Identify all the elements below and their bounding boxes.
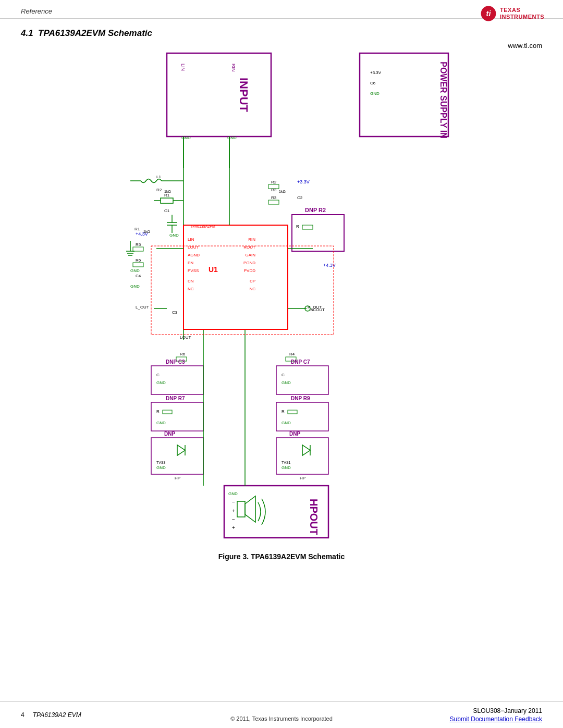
svg-text:GND: GND — [130, 268, 140, 273]
footer-document-name: TPA6139A2 EVM — [33, 711, 81, 719]
svg-text:GND: GND — [227, 135, 237, 140]
svg-text:C: C — [282, 373, 285, 377]
svg-text:R2: R2 — [271, 180, 277, 184]
svg-text:C3: C3 — [172, 310, 178, 315]
svg-text:DNP C7: DNP C7 — [291, 359, 310, 365]
figure-caption: Figure 3. TPA6139A2EVM Schematic — [0, 552, 563, 561]
svg-text:1kΩ: 1kΩ — [279, 190, 286, 193]
svg-text:R5: R5 — [136, 242, 141, 247]
page-header: Reference www.ti.com — [0, 0, 563, 19]
svg-text:EN: EN — [188, 261, 193, 265]
svg-text:+3.3V: +3.3V — [370, 70, 382, 75]
svg-text:R3: R3 — [271, 195, 277, 200]
svg-text:GND: GND — [169, 233, 179, 238]
svg-text:R1: R1 — [164, 193, 170, 198]
svg-text:GND: GND — [282, 421, 291, 425]
svg-text:LIN: LIN — [188, 237, 194, 242]
ti-logo-icon: ti — [480, 5, 497, 22]
svg-text:CN: CN — [188, 279, 194, 283]
svg-text:C1: C1 — [164, 208, 170, 213]
svg-text:−: − — [232, 499, 235, 505]
svg-text:TVS1: TVS1 — [282, 461, 291, 464]
svg-text:+: + — [232, 508, 235, 514]
svg-text:R2: R2 — [156, 188, 162, 192]
svg-text:AGND: AGND — [188, 253, 200, 257]
svg-text:HP: HP — [175, 476, 180, 480]
svg-text:−: − — [232, 516, 235, 522]
svg-text:1kΩ: 1kΩ — [164, 190, 171, 193]
svg-text:1kΩ: 1kΩ — [143, 230, 150, 233]
footer-page-number: 4 — [21, 711, 25, 719]
svg-text:GND: GND — [181, 135, 191, 140]
svg-text:GND: GND — [156, 465, 166, 470]
svg-text:L_OUT: L_OUT — [136, 305, 149, 310]
svg-text:TVS3: TVS3 — [156, 461, 166, 464]
schematic-svg: INPUT LIN RIN L1 R1 C1 — [104, 48, 459, 543]
svg-text:+3.3V: +3.3V — [297, 179, 310, 184]
svg-text:R: R — [156, 409, 160, 414]
svg-text:PVSS: PVSS — [188, 268, 199, 273]
svg-text:SCOUT: SCOUT — [310, 307, 325, 312]
svg-text:RIN: RIN — [248, 237, 255, 242]
svg-text:DNP: DNP — [289, 431, 300, 437]
svg-text:DNP R2: DNP R2 — [305, 207, 326, 213]
svg-text:NC: NC — [188, 287, 194, 291]
footer-copyright: © 2011, Texas Instruments Incorporated — [230, 715, 333, 722]
svg-text:GND: GND — [370, 91, 380, 96]
svg-text:GAIN: GAIN — [245, 253, 255, 257]
svg-text:ROUT: ROUT — [243, 245, 255, 250]
svg-text:INPUT: INPUT — [237, 78, 250, 113]
svg-text:GND: GND — [228, 491, 238, 496]
svg-text:C6: C6 — [370, 81, 376, 85]
svg-text:DNP R7: DNP R7 — [166, 396, 185, 401]
page-footer: 4 TPA6139A2 EVM © 2011, Texas Instrument… — [0, 701, 563, 728]
svg-text:POWER SUPPLY IN: POWER SUPPLY IN — [439, 61, 448, 139]
svg-text:C4: C4 — [136, 274, 141, 278]
svg-text:GND: GND — [156, 421, 166, 425]
schematic-diagram: INPUT LIN RIN L1 R1 C1 — [104, 48, 459, 543]
svg-text:R6: R6 — [180, 352, 186, 356]
svg-text:R6: R6 — [136, 258, 141, 263]
svg-text:TPA6139A2PM: TPA6139A2PM — [190, 225, 215, 228]
svg-text:U1: U1 — [209, 265, 218, 274]
footer-feedback-link[interactable]: Submit Documentation Feedback — [450, 715, 542, 723]
svg-text:ti: ti — [486, 9, 492, 18]
svg-text:NC: NC — [249, 287, 255, 291]
svg-text:CP: CP — [250, 279, 255, 283]
svg-text:GND: GND — [282, 380, 291, 385]
svg-text:R: R — [296, 224, 299, 229]
svg-text:RIN: RIN — [231, 64, 236, 72]
svg-text:LIN: LIN — [180, 64, 186, 71]
svg-text:HP: HP — [300, 476, 305, 480]
schematic-container: INPUT LIN RIN L1 R1 C1 — [0, 43, 563, 548]
svg-text:PVDD: PVDD — [244, 268, 255, 273]
svg-text:GND: GND — [130, 284, 140, 289]
svg-text:R4: R4 — [289, 352, 295, 356]
svg-text:C: C — [156, 373, 160, 377]
svg-text:GND: GND — [282, 465, 291, 470]
svg-text:L1: L1 — [156, 175, 161, 179]
svg-text:R: R — [282, 409, 285, 414]
footer-doc-number: SLOU308−January 2011 — [473, 707, 542, 714]
header-url: www.ti.com — [508, 42, 542, 50]
section-title: 4.1 TPA6139A2EVM Schematic — [0, 19, 563, 43]
svg-text:HPOUT: HPOUT — [308, 499, 320, 535]
header-reference: Reference — [21, 7, 52, 15]
svg-text:DNP C3: DNP C3 — [166, 359, 185, 365]
svg-text:LOUT: LOUT — [188, 245, 199, 250]
svg-text:PGND: PGND — [243, 261, 255, 265]
svg-text:DNP R9: DNP R9 — [291, 396, 310, 401]
svg-text:LOUT: LOUT — [180, 335, 191, 340]
ti-logo: ti TEXAS INSTRUMENTS — [480, 5, 544, 22]
ti-logo-text: TEXAS INSTRUMENTS — [500, 7, 544, 20]
svg-text:GND: GND — [156, 380, 166, 385]
svg-text:+: + — [232, 525, 235, 530]
svg-text:DNP: DNP — [164, 431, 175, 437]
svg-text:R3: R3 — [271, 188, 277, 192]
svg-text:C2: C2 — [297, 195, 303, 200]
svg-text:R1: R1 — [134, 227, 140, 231]
